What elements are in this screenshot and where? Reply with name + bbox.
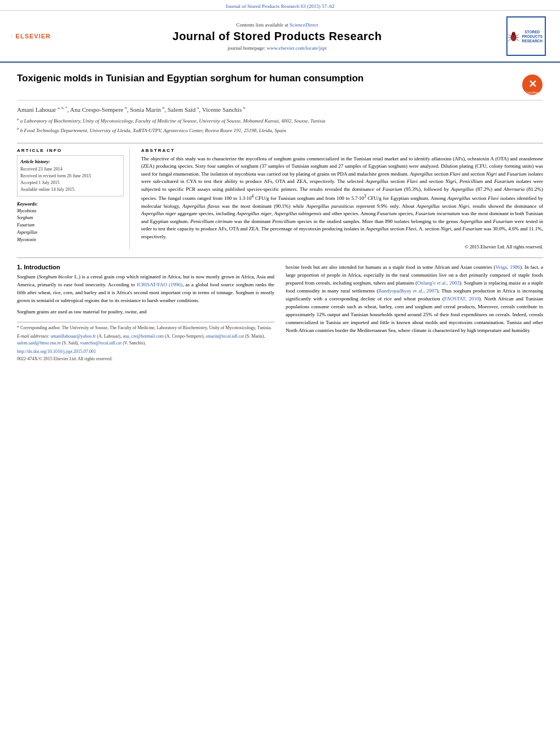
- abstract-copyright: © 2015 Elsevier Ltd. All rights reserved…: [141, 244, 543, 250]
- citation-text: Journal of Stored Products Research 63 (…: [225, 3, 334, 9]
- elsevier-tree-icon: [11, 26, 12, 46]
- keywords-box: Keywords: Mycobiota Sorghum Fusarium Asp…: [17, 201, 124, 244]
- journal-title-area: Contents lists available at ScienceDirec…: [56, 22, 498, 51]
- author-ana: Ana Crespo-Sempere: [70, 106, 123, 113]
- keyword-1: Mycobiota: [17, 208, 124, 215]
- intro-heading: 1. Introduction: [17, 264, 274, 270]
- sciencedirect-link[interactable]: ScienceDirect: [290, 22, 318, 28]
- abstract-text: The objective of this study was to chara…: [141, 155, 543, 241]
- available-date: Available online 14 July 2015: [20, 186, 120, 193]
- intro-para-3: bovine feeds but are also intended for h…: [286, 264, 543, 334]
- journal-name: Journal of Stored Products Research: [56, 30, 498, 43]
- svg-point-15: [512, 33, 513, 33]
- authors-line: Amani Lahouar a, b, *, Ana Crespo-Semper…: [17, 105, 543, 115]
- article-title-section: Toxigenic molds in Tunisian and Egyptian…: [17, 63, 543, 101]
- author-amani: Amani Lahouar: [17, 106, 56, 113]
- abstract-column: ABSTRACT The objective of this study was…: [141, 148, 543, 250]
- authors-section: Amani Lahouar a, b, *, Ana Crespo-Semper…: [17, 101, 543, 137]
- journal-logo-box-area: STORED PRODUCTS RESEARCH: [504, 16, 549, 56]
- intro-left-col: 1. Introduction Sorghum (Sorghum bicolor…: [17, 264, 274, 361]
- elsevier-wordmark: ELSEVIER: [16, 33, 51, 40]
- svg-text:CrossMark: CrossMark: [526, 91, 540, 94]
- crossmark-badge[interactable]: ✕ CrossMark: [522, 74, 543, 95]
- svg-point-16: [514, 33, 515, 33]
- veiga-ref[interactable]: Veiga, 1986: [496, 264, 520, 270]
- article-title: Toxigenic molds in Tunisian and Egyptian…: [17, 72, 364, 85]
- article-history-box: Article history: Received 23 June 2014 R…: [17, 155, 124, 196]
- keyword-2: Sorghum: [17, 215, 124, 222]
- homepage-link[interactable]: www.elsevier.com/locate/jspr: [267, 45, 327, 51]
- author-salem: Salem Saïd: [168, 106, 196, 113]
- svg-point-8: [512, 32, 515, 36]
- svg-line-9: [508, 34, 511, 36]
- received-date: Received 23 June 2014: [20, 166, 120, 173]
- bottom-copyright: 0022-474X/© 2015 Elsevier Ltd. All right…: [17, 356, 274, 361]
- journal-citation: Journal of Stored Products Research 63 (…: [0, 0, 560, 11]
- doi-line[interactable]: http://dx.doi.org/10.1016/j.jspr.2015.07…: [17, 349, 274, 354]
- bandyo-ref[interactable]: Bandyopadhyay et al., 2007: [378, 288, 437, 294]
- keyword-3: Fusarium: [17, 222, 124, 229]
- keyword-4: Aspergillus: [17, 229, 124, 237]
- faostat-ref[interactable]: FAOSTAT, 2010: [444, 296, 479, 302]
- journal-logo-icon: [508, 22, 520, 50]
- abstract-label: ABSTRACT: [141, 148, 543, 153]
- author-sonia: Sonia Marín: [130, 106, 161, 113]
- icrisat-link[interactable]: ICRISAT/FAO (1996): [137, 282, 182, 287]
- revised-date: Received in revised form 26 June 2015: [20, 173, 120, 180]
- onlango-ref[interactable]: Onlang'o et al., 2003: [417, 280, 460, 286]
- svg-line-14: [517, 39, 519, 41]
- affiliation-a: a a Laboratory of Biochemistry, Unity of…: [17, 116, 543, 125]
- email-addresses: E-mail addresses: amanillahouar@yahoo.fr…: [17, 333, 274, 347]
- article-info-column: ARTICLE INFO Article history: Received 2…: [17, 148, 130, 250]
- section-divider: [17, 257, 543, 258]
- elsevier-logo-area: ELSEVIER: [11, 23, 51, 50]
- keywords-title: Keywords:: [17, 201, 124, 207]
- history-title: Article history:: [20, 159, 120, 164]
- intro-right-col: bovine feeds but are also intended for h…: [286, 264, 543, 361]
- intro-para-2: Sorghum grains are used as raw material …: [17, 308, 274, 316]
- author-vicente: Vicente Sanchis: [202, 106, 242, 113]
- journal-logo-box: STORED PRODUCTS RESEARCH: [506, 16, 546, 56]
- svg-text:✕: ✕: [528, 78, 537, 90]
- footnote-section: * Corresponding author. The University o…: [17, 322, 274, 361]
- contents-line: Contents lists available at ScienceDirec…: [56, 22, 498, 28]
- accepted-date: Accepted 1 July 2015: [20, 180, 120, 186]
- keyword-5: Mycotoxin: [17, 237, 124, 244]
- svg-line-12: [517, 34, 519, 36]
- article-info-label: ARTICLE INFO: [17, 148, 124, 153]
- svg-line-11: [508, 39, 511, 41]
- intro-para-1: Sorghum (Sorghum bicolor L.) is a cereal…: [17, 273, 274, 305]
- corresponding-note: * Corresponding author. The University o…: [17, 325, 274, 331]
- svg-point-3: [11, 36, 12, 36]
- homepage-line: journal homepage: www.elsevier.com/locat…: [56, 45, 498, 51]
- article-main: Toxigenic molds in Tunisian and Egyptian…: [0, 63, 560, 361]
- affiliation-b: b b Food Technology Departement, Univers…: [17, 126, 543, 135]
- journal-header: ELSEVIER Contents lists available at Sci…: [0, 11, 560, 63]
- article-info-abstract-section: ARTICLE INFO Article history: Received 2…: [17, 143, 543, 250]
- introduction-section: 1. Introduction Sorghum (Sorghum bicolor…: [17, 264, 543, 361]
